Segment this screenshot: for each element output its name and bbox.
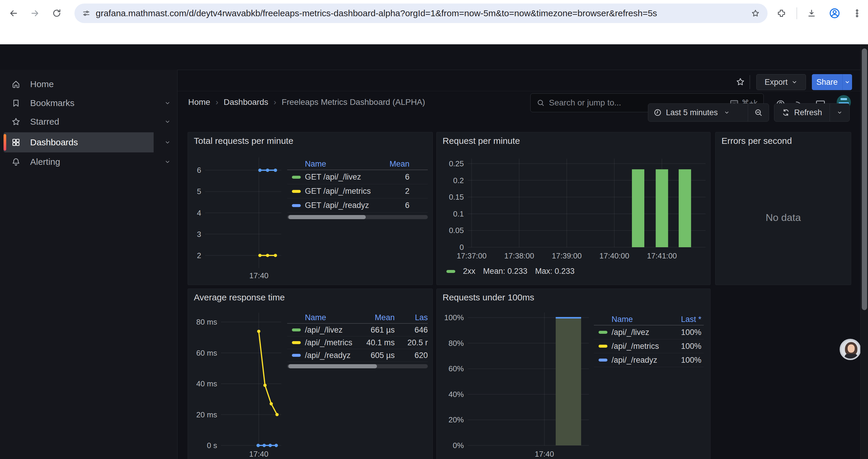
legend-scrollbar-thumb[interactable] [288, 215, 366, 219]
sidebar-item-starred[interactable]: Starred [4, 112, 174, 131]
panel-title[interactable]: Request per minute [442, 136, 520, 146]
axis-tick-label: 80 ms [189, 318, 217, 326]
legend-row[interactable]: /api/_/livez661 µs646 [287, 324, 428, 336]
url-bar[interactable]: grafana.mathmast.com/d/deytv4rwavabkb/fr… [74, 4, 768, 23]
legend-header-col[interactable]: Last * [663, 315, 701, 324]
page-scrollbar-thumb[interactable] [862, 48, 867, 310]
legend-header-col[interactable]: Las [395, 313, 428, 322]
time-range-picker[interactable]: Last 5 minutes [648, 104, 748, 121]
legend-series-name[interactable]: /api/_/readyz [305, 351, 356, 360]
legend-series-name[interactable]: GET /api/_/livez [305, 172, 371, 182]
panel-title[interactable]: Requests under 100ms [442, 292, 534, 302]
legend-header-name[interactable]: Name [305, 160, 371, 169]
zoom-out-icon [754, 108, 763, 117]
legend-series-name[interactable]: /api/_/livez [612, 328, 663, 337]
legend-row[interactable]: /api/_/readyz100% [594, 353, 704, 367]
legend-row[interactable]: /api/_/metrics40.1 ms20.5 r [287, 336, 428, 349]
actions-divider [749, 75, 750, 89]
legend-row[interactable]: /api/_/metrics100% [594, 339, 704, 353]
legend-series-name[interactable]: GET /api/_/readyz [305, 201, 371, 210]
legend-row[interactable]: GET /api/_/readyz6 [287, 198, 428, 213]
home-icon [11, 79, 21, 89]
legend-header-col[interactable]: Mean [371, 160, 409, 169]
chevron-down-icon [791, 79, 798, 85]
axis-tick-label: 0 [437, 243, 464, 252]
axis-tick-label: 0.05 [437, 226, 464, 235]
panel-title[interactable]: Total requests per minute [194, 136, 293, 146]
axis-tick-label: 17:37:00 [448, 251, 495, 260]
legend-row[interactable]: GET /api/_/metrics2 [287, 184, 428, 198]
breadcrumb-dashboards[interactable]: Dashboards [224, 97, 268, 107]
profile-icon[interactable] [829, 7, 841, 20]
back-icon[interactable] [8, 8, 19, 18]
search-icon [536, 99, 545, 107]
legend-max: Max: 0.233 [535, 267, 575, 276]
axis-tick-label: 17:40 [521, 450, 568, 458]
legend-series-name[interactable]: /api/_/metrics [305, 338, 356, 347]
legend-mean: Mean: 0.233 [483, 267, 527, 276]
axis-tick-label: 0 s [189, 441, 217, 450]
legend-series-name[interactable]: GET /api/_/metrics [305, 187, 371, 196]
chevron-down-icon[interactable] [164, 139, 171, 145]
panel-average-response-time: 80 ms60 ms40 ms20 ms0 s17:40NameMeanLas/… [188, 289, 433, 459]
legend-header-name[interactable]: Name [612, 315, 663, 324]
legend-header-col[interactable]: Mean [356, 313, 395, 322]
sidebar-item-home[interactable]: Home [4, 75, 174, 93]
sidebar-item-bookmarks[interactable]: Bookmarks [4, 94, 174, 112]
refresh-button[interactable]: Refresh [774, 104, 830, 121]
legend-series-name[interactable]: /api/_/readyz [612, 356, 663, 365]
forward-icon[interactable] [30, 8, 40, 18]
legend-row[interactable]: GET /api/_/livez6 [287, 170, 428, 184]
axis-tick-label: 20% [436, 415, 464, 424]
breadcrumb-separator: › [274, 97, 276, 107]
share-dropdown-button[interactable] [843, 74, 852, 90]
legend-series-name[interactable]: /api/_/livez [305, 326, 356, 335]
zoom-out-button[interactable] [748, 104, 769, 121]
chevron-down-icon[interactable] [164, 119, 171, 125]
legend-series-name[interactable]: /api/_/metrics [612, 342, 663, 351]
breadcrumb-home[interactable]: Home [188, 97, 210, 107]
series-color-swatch [292, 354, 301, 357]
reload-icon[interactable] [52, 8, 62, 18]
star-icon [11, 117, 21, 126]
legend-row[interactable]: /api/_/livez100% [594, 326, 704, 339]
legend-scrollbar-thumb[interactable] [288, 364, 377, 368]
legend-header-name[interactable]: Name [305, 313, 356, 322]
screen: grafana.mathmast.com/d/deytv4rwavabkb/fr… [0, 0, 868, 459]
chevron-down-icon[interactable] [164, 159, 171, 165]
legend-value: 100% [663, 342, 701, 351]
axis-tick-label: 17:39:00 [543, 251, 590, 260]
axis-tick-label: 40% [436, 390, 464, 399]
panel-legend[interactable]: 2xxMean: 0.233Max: 0.233 [446, 267, 575, 276]
tune-icon[interactable] [82, 9, 90, 18]
panel-legend: NameLast */api/_/livez100%/api/_/metrics… [594, 314, 704, 367]
chevron-down-icon[interactable] [164, 100, 171, 106]
series-color-swatch [292, 190, 301, 193]
legend-value: 40.1 ms [356, 338, 395, 347]
share-button[interactable]: Share [812, 74, 842, 90]
refresh-interval-dropdown[interactable] [830, 104, 849, 121]
breadcrumb-current: Freeleaps Metrics Dashboard (ALPHA) [282, 97, 425, 107]
legend-row[interactable]: /api/_/readyz605 µs620 [287, 349, 428, 362]
no-data-text: No data [716, 132, 851, 285]
extensions-icon[interactable] [776, 8, 786, 18]
bookmark-star-icon[interactable] [751, 9, 760, 18]
sidebar-item-alerting[interactable]: Alerting [4, 153, 174, 171]
legend-value: 646 [395, 326, 428, 335]
export-button[interactable]: Export [756, 74, 806, 90]
browser-menu-icon[interactable] [852, 8, 862, 18]
series-color-swatch [446, 270, 455, 273]
refresh-icon [782, 108, 790, 117]
axis-tick-label: 60% [436, 364, 464, 373]
panel-title[interactable]: Errors per second [721, 136, 792, 146]
url-text[interactable]: grafana.mathmast.com/d/deytv4rwavabkb/fr… [96, 8, 746, 18]
clock-icon [653, 108, 662, 117]
downloads-icon[interactable] [807, 8, 816, 18]
assistant-avatar[interactable] [840, 339, 861, 360]
favorite-star-icon[interactable] [736, 77, 745, 87]
panel-total-requests-per-minute: 6543217:40NameMeanGET /api/_/livez6GET /… [188, 132, 433, 285]
breadcrumb-separator: › [216, 97, 218, 107]
panel-request-per-minute: 0.250.20.150.10.05017:37:0017:38:0017:39… [436, 132, 711, 285]
panel-title[interactable]: Average response time [194, 292, 285, 302]
sidebar-item-dashboards[interactable]: Dashboards [4, 132, 174, 153]
